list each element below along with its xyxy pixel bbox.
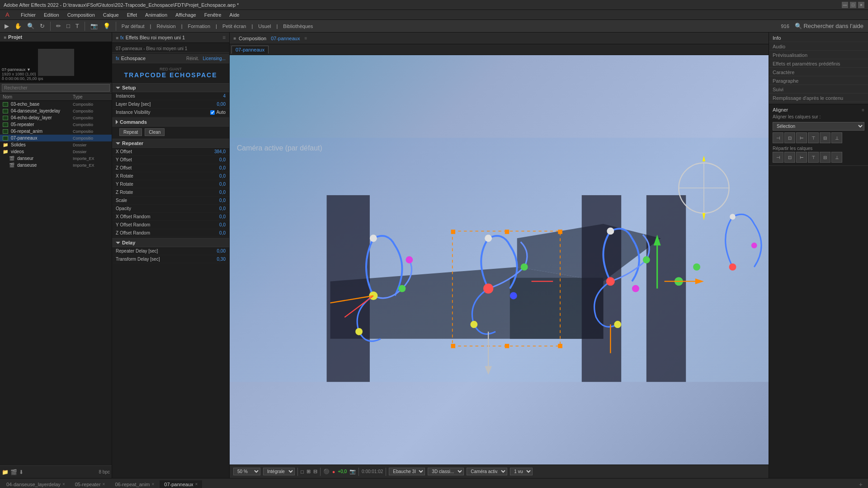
project-item[interactable]: 📁 Solides Dossier <box>0 141 112 148</box>
tool-text[interactable]: T <box>74 22 81 30</box>
paragraphe-tab[interactable]: Paragraphe <box>769 77 868 85</box>
search-button[interactable]: 🔍 Rechercher dans l'aide <box>793 22 865 30</box>
tool-zoom[interactable]: 🔍 <box>25 22 36 30</box>
opacity-value[interactable]: 0,0 <box>219 206 226 211</box>
view-toggle-1[interactable]: □ <box>301 469 304 474</box>
tool-select[interactable]: ▶ <box>3 22 11 30</box>
menu-fichier[interactable]: Fichier <box>17 11 39 19</box>
maximize-button[interactable]: □ <box>850 2 856 8</box>
distribute-center-v-btn[interactable]: ⊟ <box>820 152 830 163</box>
distribute-top-btn[interactable]: ⊤ <box>808 152 819 163</box>
view-toggle-2[interactable]: ⊞ <box>307 469 311 474</box>
project-item[interactable]: 04-danseuse_layerdelay Compositio <box>0 108 112 114</box>
menu-affichage[interactable]: Affichage <box>172 11 200 19</box>
mode-3d-select[interactable]: 3D classi... <box>428 468 464 475</box>
transform-delay-value[interactable]: 0,30 <box>217 257 226 262</box>
reinit-btn[interactable]: Réinit. <box>186 56 199 61</box>
tab-04-close[interactable]: × <box>62 482 65 487</box>
scale-value[interactable]: 0,0 <box>219 198 226 203</box>
licensing-btn[interactable]: Licensing... <box>203 56 226 61</box>
align-center-h-btn[interactable]: ⊡ <box>784 132 795 143</box>
delay-header[interactable]: Delay <box>112 238 229 247</box>
remplissage-tab[interactable]: Remplissage d'après le contenu <box>769 94 868 102</box>
import-button[interactable]: ⬇ <box>19 469 24 475</box>
align-right-btn[interactable]: ⊢ <box>796 132 807 143</box>
timeline-tab-07[interactable]: 07-panneaux × <box>160 480 202 488</box>
workspace-formation[interactable]: Formation <box>186 23 212 29</box>
viewer-panel-options[interactable]: ≡ <box>304 36 307 41</box>
commands-header[interactable]: Commands <box>112 117 229 127</box>
tool-shape[interactable]: □ <box>65 22 72 30</box>
tool-rotate[interactable]: ↻ <box>38 22 47 30</box>
menu-edition[interactable]: Edition <box>40 11 63 19</box>
menu-calque[interactable]: Calque <box>99 11 123 19</box>
project-item[interactable]: 03-echo_base Compositio <box>0 101 112 108</box>
tab-07-close[interactable]: × <box>195 482 198 487</box>
align-center-v-btn[interactable]: ⊟ <box>820 132 830 143</box>
tool-hand[interactable]: ✋ <box>13 22 24 30</box>
instance-visibility-checkbox[interactable] <box>210 110 215 115</box>
distribute-bottom-btn[interactable]: ⊥ <box>831 152 842 163</box>
new-folder-button[interactable]: 📁 <box>2 469 9 475</box>
menu-fenetre[interactable]: Fenêtre <box>201 11 225 19</box>
distribute-left-btn[interactable]: ⊣ <box>773 152 783 163</box>
previsualisation-tab[interactable]: Prévisualisation <box>769 52 868 59</box>
close-button[interactable]: × <box>858 2 864 8</box>
suivi-tab[interactable]: Suivi <box>769 86 868 94</box>
menu-aide[interactable]: Aide <box>226 11 243 19</box>
snapshot-btn[interactable]: 📷 <box>349 469 356 474</box>
clean-button[interactable]: Clean <box>145 128 165 136</box>
minimize-button[interactable]: — <box>842 2 848 8</box>
view-toggle-3[interactable]: ⊟ <box>313 469 317 474</box>
project-item[interactable]: 🎬 danseuse Importe_EX <box>0 162 112 169</box>
y-offset-value[interactable]: 0,0 <box>219 157 226 162</box>
instances-value[interactable]: 4 <box>223 94 226 99</box>
project-item[interactable]: 06-repeat_anim Compositio <box>0 128 112 135</box>
layer-delay-value[interactable]: 0,00 <box>217 102 226 107</box>
menu-adobe[interactable]: A <box>2 10 16 20</box>
align-left-btn[interactable]: ⊣ <box>773 132 783 143</box>
effects-presets-tab[interactable]: Effets et paramètres prédéfinis <box>769 60 868 68</box>
y-offset-random-value[interactable]: 0,0 <box>219 222 226 227</box>
workspace-bibliotheques[interactable]: Bibliothèques <box>281 23 315 29</box>
add-comp-btn[interactable]: + <box>855 481 866 488</box>
audio-tab[interactable]: Audio <box>769 43 868 51</box>
tool-camera[interactable]: 📷 <box>89 22 99 30</box>
viewer-tab-07panneaux[interactable]: 07-panneaux <box>231 46 269 54</box>
tab-06-close[interactable]: × <box>152 482 155 487</box>
align-bottom-btn[interactable]: ⊥ <box>831 132 842 143</box>
project-item-selected[interactable]: 07-panneaux Compositio <box>0 135 112 141</box>
repeater-delay-value[interactable]: 0,00 <box>217 249 226 253</box>
tool-light[interactable]: 💡 <box>101 22 112 30</box>
menu-effet[interactable]: Effet <box>123 11 141 19</box>
workspace-petit[interactable]: Petit écran <box>221 23 248 29</box>
camera-select[interactable]: Caméra activ... <box>467 468 507 475</box>
timeline-tab-05[interactable]: 05-repeater × <box>71 480 110 488</box>
y-rotate-value[interactable]: 0,0 <box>219 182 226 187</box>
align-on-dropdown[interactable]: Sélection <box>773 122 864 131</box>
view-count-select[interactable]: 1 vue <box>510 468 533 475</box>
tool-pen[interactable]: ✏ <box>54 22 63 30</box>
z-offset-random-value[interactable]: 0,0 <box>219 230 226 235</box>
setup-header[interactable]: Setup <box>112 83 229 92</box>
distribute-right-btn[interactable]: ⊢ <box>796 152 807 163</box>
repeater-header[interactable]: Repeater <box>112 139 229 148</box>
toggle-transparency[interactable]: ⚫ <box>323 469 330 474</box>
menu-animation[interactable]: Animation <box>142 11 171 19</box>
caractere-tab[interactable]: Caractère <box>769 69 868 76</box>
workspace-revision[interactable]: Révision <box>155 23 177 29</box>
project-item[interactable]: 🎬 danseur Importe_EX <box>0 155 112 162</box>
project-item[interactable]: 04-echo-delay_layer Compositio <box>0 114 112 121</box>
renderer-select[interactable]: Ebauche 3D <box>389 468 425 475</box>
z-offset-value[interactable]: 0,0 <box>219 165 226 170</box>
zoom-select[interactable]: 50 % <box>233 468 260 475</box>
tab-05-close[interactable]: × <box>103 482 105 487</box>
menu-composition[interactable]: Composition <box>64 11 99 19</box>
z-rotate-value[interactable]: 0,0 <box>219 190 226 195</box>
timeline-tab-04[interactable]: 04-danseuse_layerdelay × <box>2 480 70 488</box>
x-offset-random-value[interactable]: 0,0 <box>219 214 226 219</box>
repeat-button[interactable]: Repeat <box>119 128 142 136</box>
x-offset-value[interactable]: 384,0 <box>214 149 226 154</box>
toggle-alpha[interactable]: ● <box>332 469 335 474</box>
align-options-icon[interactable]: ≡ <box>862 108 864 113</box>
